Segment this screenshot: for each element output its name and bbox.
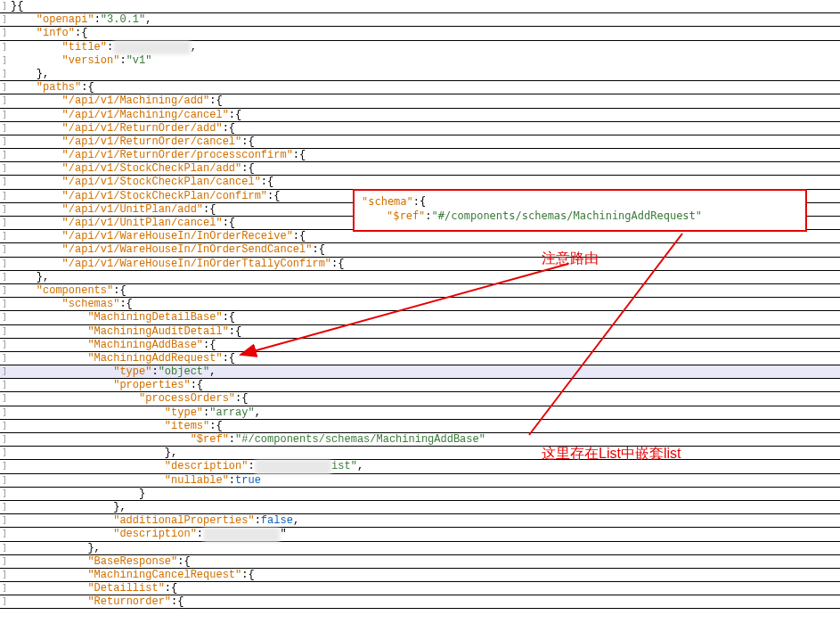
code-line: ] "/api/v1/WareHouseIn/InOrderReceive":{: [0, 230, 840, 243]
callout-line-2: "$ref":"#/components/schemas/MachiningAd…: [362, 209, 798, 223]
code-line: ] "type":"array",: [0, 406, 840, 420]
code-line: ] "MachiningCancelRequest":{: [0, 569, 840, 582]
code-line: ]}{: [0, 0, 840, 13]
code-line: ] },: [0, 68, 840, 81]
code-line: ] "MachiningAddRequest":{: [0, 352, 840, 365]
code-line: ] "/api/v1/Machining/cancel":{: [0, 109, 840, 122]
code-line: ] "paths":{: [0, 81, 840, 94]
code-line: ] "processOrders":{: [0, 392, 840, 406]
code-line: ] "schemas":{: [0, 298, 840, 311]
code-line: ] "components":{: [0, 284, 840, 298]
schema-ref-callout: "schema":{ "$ref":"#/components/schemas/…: [353, 189, 807, 232]
code-line: ] "BaseResponse":{: [0, 555, 840, 569]
code-line: ] "version":"v1": [0, 54, 840, 68]
code-line: ] "/api/v1/ReturnOrder/add":{: [0, 122, 840, 135]
code-line: ] "type":"object",: [0, 365, 840, 379]
code-line: ] "MachiningAuditDetail":{: [0, 325, 840, 339]
annotation-nested-list-note: 这里存在List中嵌套list: [542, 445, 681, 464]
code-line: ] "properties":{: [0, 379, 840, 392]
code-line: ] "info":{: [0, 27, 840, 40]
code-line: ] "nullable":true: [0, 474, 840, 488]
code-line: ] "openapi":"3.0.1",: [0, 13, 840, 27]
code-line: ] "/api/v1/ReturnOrder/cancel":{: [0, 135, 840, 149]
code-line: ] "/api/v1/StockCheckPlan/add":{: [0, 162, 840, 176]
code-line: ] "MachiningAddBase":{: [0, 339, 840, 352]
code-line: ] },: [0, 447, 840, 460]
code-line: ] },: [0, 542, 840, 555]
code-line: ] "/api/v1/ReturnOrder/processconfirm":{: [0, 149, 840, 162]
code-line: ] "Detaillist":{: [0, 582, 840, 595]
code-line: ] "/api/v1/WareHouseIn/InOrderTtallyConf…: [0, 258, 840, 271]
code-line: ] "MachiningDetailBase":{: [0, 311, 840, 324]
code-line: ] "additionalProperties":false,: [0, 514, 840, 528]
code-viewer: ]}{] "openapi":"3.0.1",] "info":{] "titl…: [0, 0, 840, 609]
code-line: ] "/api/v1/StockCheckPlan/cancel":{: [0, 176, 840, 189]
code-line: ] "description":████████████": [0, 528, 840, 541]
callout-line-1: "schema":{: [362, 194, 798, 209]
code-line: ] "/api/v1/WareHouseIn/InOrderSendCancel…: [0, 243, 840, 257]
code-line: ] "$ref":"#/components/schemas/Machining…: [0, 433, 840, 447]
code-line: ] }: [0, 488, 840, 501]
code-line: ] "items":{: [0, 420, 840, 433]
code-line: ] },: [0, 501, 840, 514]
code-line: ] "description":████████████ist",: [0, 460, 840, 473]
code-line: ] },: [0, 271, 840, 284]
code-line: ] "/api/v1/Machining/add":{: [0, 94, 840, 108]
annotation-route-note: 注意路由: [542, 250, 599, 268]
code-line: ] "Returnorder":{: [0, 595, 840, 609]
code-line: ] "title":████████████,: [0, 41, 840, 54]
